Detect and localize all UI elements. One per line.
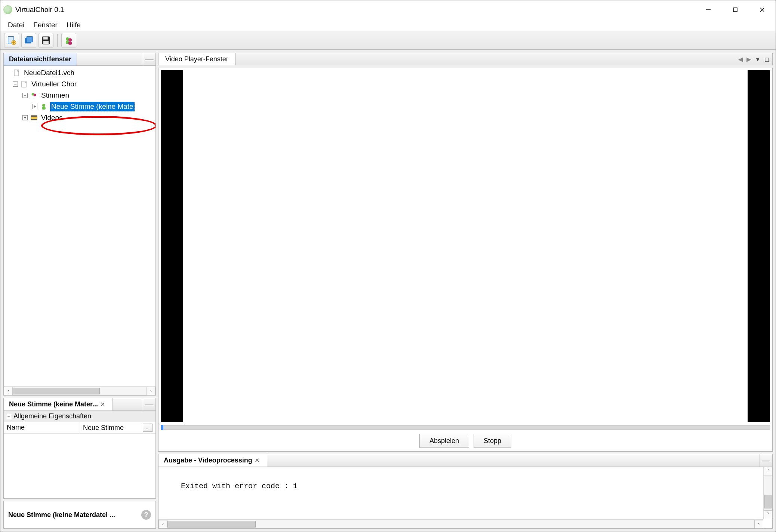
- svg-point-18: [34, 94, 36, 96]
- properties-group-header[interactable]: − Allgemeine Eigenschaften: [4, 411, 155, 422]
- svg-rect-14: [68, 41, 72, 44]
- tree-expand-icon[interactable]: +: [32, 104, 37, 109]
- menu-help[interactable]: Hilfe: [62, 19, 85, 31]
- tree-node-new-voice[interactable]: + Neue Stimme (keine Mate: [4, 101, 155, 112]
- output-body: Exited with error code : 1 ˄ ˅ ‹ ›: [158, 467, 772, 528]
- menu-window[interactable]: Fenster: [29, 19, 62, 31]
- output-tab[interactable]: Ausgabe - Videoprocessing ✕: [158, 454, 267, 467]
- tree-expand-icon[interactable]: +: [22, 115, 28, 120]
- property-row-name: Name Neue Stimme …: [4, 422, 155, 434]
- toolbar: [0, 31, 776, 50]
- videos-icon: [30, 114, 38, 122]
- svg-rect-10: [43, 41, 49, 44]
- video-black-right: [748, 70, 770, 422]
- svg-rect-9: [43, 37, 48, 39]
- toolbar-save-button[interactable]: [39, 33, 53, 48]
- app-window: VirtualChoir 0.1 Datei Fenster Hilfe: [0, 0, 776, 532]
- tree-node-root[interactable]: − Virtueller Chor: [4, 79, 155, 90]
- property-value[interactable]: Neue Stimme …: [80, 422, 155, 433]
- tree-hscrollbar[interactable]: ‹ ›: [4, 386, 155, 395]
- output-close-icon[interactable]: ✕: [252, 457, 262, 464]
- voices-icon: [30, 91, 38, 99]
- app-icon: [3, 5, 12, 14]
- tree-node-file[interactable]: NeueDatei1.vch: [4, 67, 155, 79]
- tree-collapse-icon[interactable]: −: [13, 82, 18, 87]
- help-icon[interactable]: ?: [141, 510, 151, 520]
- scroll-up-icon[interactable]: ˄: [764, 467, 772, 476]
- play-button[interactable]: Abspielen: [419, 434, 469, 448]
- output-panel: Ausgabe - Videoprocessing ✕ — Exited wit…: [158, 454, 773, 529]
- svg-rect-20: [42, 107, 46, 110]
- video-tabbar: Video Player-Fenster ◀ ▶ ▼ ◻: [158, 53, 773, 65]
- stop-button[interactable]: Stopp: [474, 434, 511, 448]
- window-controls: [695, 1, 776, 19]
- svg-point-19: [42, 104, 45, 107]
- toolbar-separator: [57, 34, 58, 47]
- toolbar-new-button[interactable]: [4, 33, 19, 48]
- status-panel: Neue Stimme (keine Materdatei ... ?: [3, 501, 156, 529]
- file-icon: [20, 80, 28, 88]
- tab-maximize-icon[interactable]: ◻: [764, 56, 769, 63]
- svg-rect-22: [31, 116, 37, 117]
- tabbar-controls: ◀ ▶ ▼ ◻: [735, 53, 772, 65]
- video-progress-slider[interactable]: [161, 425, 770, 430]
- properties-tab[interactable]: Neue Stimme (keine Mater... ✕: [4, 398, 113, 410]
- scroll-right-icon[interactable]: ›: [147, 387, 155, 395]
- properties-minimize[interactable]: —: [143, 398, 155, 410]
- scroll-left-icon[interactable]: ‹: [158, 520, 167, 528]
- file-view-tab[interactable]: Dateiansichtfenster: [4, 53, 77, 65]
- voice-icon: [40, 102, 48, 111]
- client-area: Dateiansichtfenster — NeueDatei1.vch −: [0, 50, 776, 532]
- property-browse-button[interactable]: …: [143, 424, 153, 432]
- minimize-button[interactable]: [695, 1, 722, 19]
- properties-close-icon[interactable]: ✕: [98, 401, 107, 408]
- properties-panel: Neue Stimme (keine Mater... ✕ — − Allgem…: [3, 398, 156, 499]
- menubar: Datei Fenster Hilfe: [0, 19, 776, 31]
- file-view-minimize[interactable]: —: [143, 53, 155, 65]
- group-collapse-icon[interactable]: −: [6, 414, 11, 419]
- svg-point-12: [68, 38, 72, 41]
- svg-rect-1: [733, 8, 737, 12]
- scroll-right-icon[interactable]: ›: [754, 520, 763, 528]
- window-title: VirtualChoir 0.1: [15, 6, 64, 14]
- status-text: Neue Stimme (keine Materdatei ...: [8, 511, 115, 519]
- titlebar: VirtualChoir 0.1: [0, 0, 776, 19]
- right-column: Video Player-Fenster ◀ ▶ ▼ ◻ Abs: [158, 53, 773, 529]
- scroll-down-icon[interactable]: ˅: [764, 510, 772, 519]
- properties-header: Neue Stimme (keine Mater... ✕ —: [4, 398, 155, 411]
- toolbar-voices-button[interactable]: [61, 33, 76, 48]
- tree-node-videos[interactable]: + Videos: [4, 112, 155, 123]
- tree-node-stimmen[interactable]: − Stimmen: [4, 90, 155, 101]
- scroll-left-icon[interactable]: ‹: [4, 387, 13, 395]
- file-icon: [13, 69, 21, 77]
- tree-body: NeueDatei1.vch − Virtueller Chor − Stimm…: [4, 66, 155, 386]
- video-controls: Abspielen Stopp: [158, 430, 772, 451]
- output-minimize[interactable]: —: [760, 454, 772, 467]
- output-text: Exited with error code : 1: [158, 467, 772, 505]
- output-hscrollbar[interactable]: ‹ ›: [158, 519, 763, 528]
- output-vscrollbar[interactable]: ˄ ˅: [763, 467, 772, 519]
- menu-file[interactable]: Datei: [3, 19, 29, 31]
- tab-next-icon: ▶: [746, 56, 751, 63]
- svg-rect-15: [14, 70, 19, 76]
- video-player-tab[interactable]: Video Player-Fenster: [158, 53, 235, 65]
- left-column: Dateiansichtfenster — NeueDatei1.vch −: [3, 53, 156, 529]
- tab-prev-icon: ◀: [738, 56, 743, 63]
- tab-menu-icon[interactable]: ▼: [755, 56, 761, 63]
- tree: NeueDatei1.vch − Virtueller Chor − Stimm…: [4, 66, 155, 125]
- tree-collapse-icon[interactable]: −: [22, 93, 28, 98]
- maximize-button[interactable]: [722, 1, 749, 19]
- tree-node-new-voice-label: Neue Stimme (keine Mate: [50, 102, 135, 111]
- toolbar-open-button[interactable]: [21, 33, 36, 48]
- video-black-left: [161, 70, 183, 422]
- file-view-panel: Dateiansichtfenster — NeueDatei1.vch −: [3, 53, 156, 396]
- video-progress-thumb[interactable]: [161, 425, 163, 430]
- file-view-header: Dateiansichtfenster —: [4, 53, 155, 66]
- property-key: Name: [4, 422, 80, 433]
- output-header: Ausgabe - Videoprocessing ✕ —: [158, 454, 772, 467]
- video-display: [161, 70, 770, 422]
- close-button[interactable]: [749, 1, 776, 19]
- svg-rect-7: [27, 36, 33, 42]
- svg-rect-23: [31, 119, 37, 120]
- svg-rect-16: [22, 81, 26, 87]
